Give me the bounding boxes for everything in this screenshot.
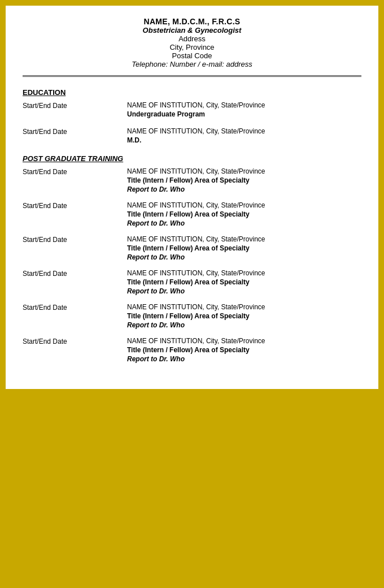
doctor-address: Address: [23, 34, 361, 43]
section-divider: [23, 75, 361, 77]
entry-report: Report to Dr. Who: [127, 219, 361, 227]
cv-page: NAME, M.D.C.M., F.R.C.S Obstetrician & G…: [5, 5, 379, 390]
postgrad-entry-2: Start/End Date NAME OF INSTITUTION, City…: [23, 201, 361, 227]
entry-details: NAME OF INSTITUTION, City, State/Provinc…: [127, 127, 361, 145]
entry-institution: NAME OF INSTITUTION, City, State/Provinc…: [127, 101, 361, 109]
entry-title: Title (Intern / Fellow) Area of Specialt…: [127, 312, 361, 320]
doctor-postal: Postal Code: [23, 51, 361, 60]
entry-date: Start/End Date: [23, 167, 127, 176]
postgrad-entry-5: Start/End Date NAME OF INSTITUTION, City…: [23, 303, 361, 329]
entry-details: NAME OF INSTITUTION, City, State/Provinc…: [127, 337, 361, 363]
postgrad-entry-3: Start/End Date NAME OF INSTITUTION, City…: [23, 235, 361, 261]
postgrad-entry-1: Start/End Date NAME OF INSTITUTION, City…: [23, 167, 361, 193]
entry-details: NAME OF INSTITUTION, City, State/Provinc…: [127, 201, 361, 227]
entry-report: Report to Dr. Who: [127, 185, 361, 193]
education-entry-2: Start/End Date NAME OF INSTITUTION, City…: [23, 127, 361, 145]
entry-program: M.D.: [127, 136, 361, 144]
doctor-name: NAME, M.D.C.M., F.R.C.S: [23, 17, 361, 26]
entry-institution: NAME OF INSTITUTION, City, State/Provinc…: [127, 235, 361, 243]
entry-institution: NAME OF INSTITUTION, City, State/Provinc…: [127, 337, 361, 345]
entry-date: Start/End Date: [23, 201, 127, 210]
entry-date: Start/End Date: [23, 101, 127, 110]
entry-title: Title (Intern / Fellow) Area of Specialt…: [127, 244, 361, 252]
entry-date: Start/End Date: [23, 337, 127, 345]
entry-report: Report to Dr. Who: [127, 355, 361, 363]
entry-institution: NAME OF INSTITUTION, City, State/Provinc…: [127, 127, 361, 135]
entry-institution: NAME OF INSTITUTION, City, State/Provinc…: [127, 167, 361, 175]
entry-report: Report to Dr. Who: [127, 287, 361, 295]
doctor-title: Obstetrician & Gynecologist: [23, 26, 361, 34]
entry-date: Start/End Date: [23, 127, 127, 136]
entry-details: NAME OF INSTITUTION, City, State/Provinc…: [127, 269, 361, 295]
postgrad-section: POST GRADUATE TRAINING Start/End Date NA…: [23, 154, 361, 363]
education-section: EDUCATION Start/End Date NAME OF INSTITU…: [23, 88, 361, 145]
entry-program: Undergraduate Program: [127, 110, 361, 118]
postgrad-entry-4: Start/End Date NAME OF INSTITUTION, City…: [23, 269, 361, 295]
entry-title: Title (Intern / Fellow) Area of Specialt…: [127, 346, 361, 354]
entry-details: NAME OF INSTITUTION, City, State/Provinc…: [127, 101, 361, 119]
entry-title: Title (Intern / Fellow) Area of Specialt…: [127, 278, 361, 286]
education-entry-1: Start/End Date NAME OF INSTITUTION, City…: [23, 101, 361, 119]
doctor-telephone: Telephone: Number / e-mail: address: [23, 60, 361, 68]
entry-title: Title (Intern / Fellow) Area of Specialt…: [127, 210, 361, 218]
education-title: EDUCATION: [23, 88, 361, 97]
header: NAME, M.D.C.M., F.R.C.S Obstetrician & G…: [23, 17, 361, 68]
entry-date: Start/End Date: [23, 269, 127, 278]
entry-details: NAME OF INSTITUTION, City, State/Provinc…: [127, 235, 361, 261]
postgrad-entry-6: Start/End Date NAME OF INSTITUTION, City…: [23, 337, 361, 363]
entry-title: Title (Intern / Fellow) Area of Specialt…: [127, 176, 361, 184]
postgrad-title: POST GRADUATE TRAINING: [23, 154, 361, 163]
entry-date: Start/End Date: [23, 235, 127, 244]
entry-institution: NAME OF INSTITUTION, City, State/Provinc…: [127, 303, 361, 311]
entry-details: NAME OF INSTITUTION, City, State/Provinc…: [127, 303, 361, 329]
entry-report: Report to Dr. Who: [127, 321, 361, 329]
entry-date: Start/End Date: [23, 303, 127, 312]
entry-institution: NAME OF INSTITUTION, City, State/Provinc…: [127, 269, 361, 277]
entry-institution: NAME OF INSTITUTION, City, State/Provinc…: [127, 201, 361, 209]
entry-report: Report to Dr. Who: [127, 253, 361, 261]
entry-details: NAME OF INSTITUTION, City, State/Provinc…: [127, 167, 361, 193]
doctor-city: City, Province: [23, 43, 361, 51]
